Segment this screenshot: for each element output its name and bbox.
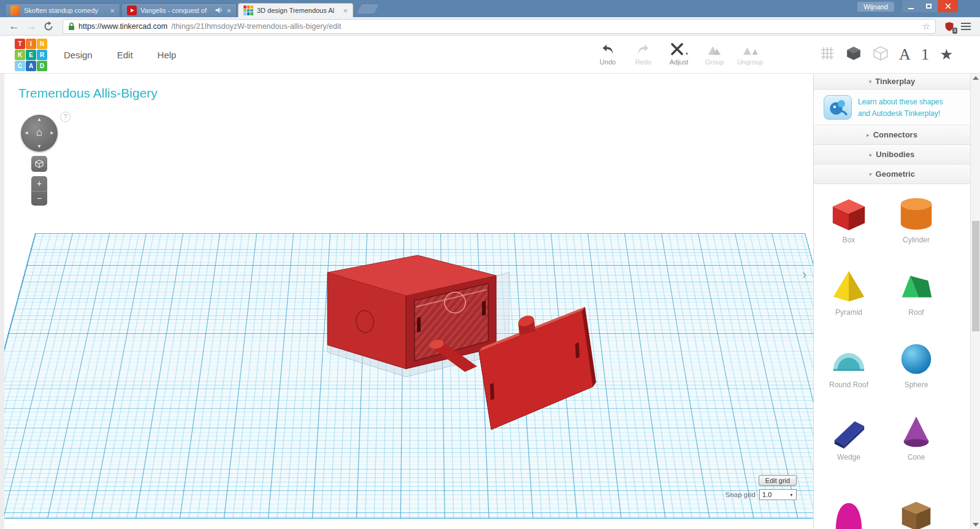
scroll-up-icon[interactable] — [973, 76, 979, 80]
window-controls — [902, 0, 958, 12]
zoom-in-button[interactable]: + — [31, 176, 47, 191]
design-canvas[interactable]: Tremendous Allis-Bigery ? ⌂ ▲ ▼ ◄ ► + − … — [0, 74, 813, 529]
zoom-out-button[interactable]: − — [31, 191, 47, 206]
number-tool-icon[interactable]: 1 — [921, 47, 929, 63]
scroll-down-icon[interactable] — [973, 523, 979, 527]
section-unibodies[interactable]: ▸ Unibodies — [814, 145, 970, 164]
bookmark-star-icon[interactable]: ☆ — [922, 21, 930, 32]
section-geometric[interactable]: ▾ Geometric — [814, 164, 970, 184]
ublock-extension-button[interactable]: 3 — [942, 19, 957, 34]
roof-shape-icon — [897, 268, 935, 306]
section-tinkerplay[interactable]: ▾ Tinkerplay — [814, 74, 970, 90]
rotate-down-icon[interactable]: ▼ — [37, 144, 42, 149]
shape-item-roof[interactable]: Roof — [886, 268, 947, 317]
text-tool-icon[interactable]: A — [899, 47, 911, 63]
logo-tile: R — [37, 50, 47, 60]
edit-grid-button[interactable]: Edit grid — [759, 475, 797, 486]
back-icon: ← — [9, 20, 20, 33]
tinkerplay-icon — [824, 95, 852, 120]
new-tab-button[interactable] — [357, 4, 379, 14]
section-connectors[interactable]: ▸ Connectors — [814, 125, 970, 145]
menu-help[interactable]: Help — [158, 50, 177, 60]
shape-item-wedge[interactable]: Wedge — [818, 412, 879, 461]
url-host: https://www.tinkercad.com — [78, 22, 167, 31]
reload-icon — [44, 21, 53, 31]
shape-item-hexagonal-prism[interactable] — [886, 497, 947, 529]
scrollbar-thumb[interactable] — [972, 221, 979, 331]
tab-skoften[interactable]: Skoften standup comedy × — [5, 3, 120, 17]
tinkercad-logo[interactable]: T I N K E R C A D — [15, 39, 47, 71]
tab-tinkercad[interactable]: 3D design Tremendous Al × — [238, 3, 353, 17]
shape-item-cylinder[interactable]: Cylinder — [886, 195, 947, 244]
adjust-button[interactable]: ▾ Adjust — [661, 41, 697, 66]
select-arrow-icon: ▼ — [789, 493, 794, 497]
panel-collapse-chevron-icon[interactable]: › — [802, 267, 806, 283]
model-box[interactable] — [327, 255, 496, 369]
orbit-cube-icon — [34, 159, 44, 169]
shape-item-box[interactable]: Box — [818, 195, 879, 244]
shape-item-paraboloid[interactable] — [818, 497, 879, 529]
close-button[interactable] — [938, 0, 958, 12]
shape-item-pyramid[interactable]: Pyramid — [818, 268, 879, 317]
tab-close-icon[interactable]: × — [343, 7, 348, 15]
shape-item-round-roof[interactable]: Round Roof — [818, 340, 879, 389]
model-3d[interactable] — [0, 74, 813, 529]
redo-button[interactable]: Redo — [626, 41, 661, 66]
maximize-icon — [926, 4, 932, 9]
help-button[interactable]: ? — [60, 112, 71, 122]
wireframe-box-icon[interactable] — [873, 45, 889, 64]
rotate-up-icon[interactable]: ▲ — [37, 117, 42, 122]
logo-tile: I — [26, 39, 36, 49]
design-title[interactable]: Tremendous Allis-Bigery — [18, 86, 158, 101]
tab-vangelis[interactable]: Vangelis - conquest of × — [121, 3, 237, 17]
tinkerplay-promo[interactable]: Learn about these shapes and Autodesk Ti… — [814, 90, 970, 125]
logo-tile: C — [15, 61, 25, 71]
youtube-favicon — [127, 6, 137, 15]
browser-navbar: ← → https://www.tinkercad.com/things/21I… — [0, 17, 980, 36]
chrome-menu-button[interactable] — [958, 18, 974, 34]
adjust-dropdown-icon[interactable]: ▾ — [686, 51, 688, 56]
back-button[interactable]: ← — [6, 18, 22, 34]
shape-item-sphere[interactable]: Sphere — [886, 340, 947, 389]
pyramid-shape-icon — [830, 268, 868, 306]
address-bar[interactable]: https://www.tinkercad.com/things/21Ihmsd… — [63, 19, 936, 34]
solid-box-icon[interactable] — [846, 45, 862, 64]
browser-titlebar: Skoften standup comedy × Vangelis - conq… — [0, 0, 980, 17]
logo-tile: N — [37, 39, 47, 49]
profile-name-button[interactable]: Wijnand — [857, 2, 894, 12]
rotate-right-icon[interactable]: ► — [50, 131, 55, 136]
cylinder-shape-icon — [897, 195, 935, 233]
workplane-grid-icon[interactable] — [819, 45, 835, 64]
tab-title: 3D design Tremendous Al — [257, 7, 339, 14]
view-navigation-pad[interactable]: ⌂ ▲ ▼ ◄ ► — [21, 115, 58, 152]
ungroup-button[interactable]: Ungroup — [732, 41, 768, 66]
favorites-star-icon[interactable]: ★ — [940, 47, 953, 62]
menu-edit[interactable]: Edit — [117, 50, 133, 60]
undo-button[interactable]: Undo — [590, 41, 626, 66]
extension-badge: 3 — [952, 28, 957, 34]
minimize-icon — [908, 8, 914, 9]
tinkerplay-promo-text[interactable]: Learn about these shapes and Autodesk Ti… — [858, 96, 943, 119]
view-cube-button[interactable] — [31, 156, 47, 172]
tab-close-icon[interactable]: × — [226, 7, 231, 15]
tinkercad-favicon — [243, 6, 253, 15]
page-scrollbar[interactable] — [970, 74, 980, 529]
forward-icon: → — [26, 20, 37, 33]
tab-close-icon[interactable]: × — [110, 7, 115, 15]
menu-design[interactable]: Design — [64, 50, 93, 60]
rotate-left-icon[interactable]: ◄ — [24, 131, 29, 136]
shape-item-cone[interactable]: Cone — [886, 412, 947, 461]
maximize-button[interactable] — [920, 0, 938, 12]
reload-button[interactable] — [40, 18, 56, 34]
browser-window: Skoften standup comedy × Vangelis - conq… — [0, 0, 980, 529]
snap-grid-select[interactable]: 1.0 ▼ — [759, 489, 797, 500]
paraboloid-shape-icon — [830, 497, 868, 529]
home-view-icon[interactable]: ⌂ — [36, 126, 42, 139]
sphere-shape-icon — [897, 340, 935, 378]
logo-tile: K — [15, 50, 25, 60]
minimize-button[interactable] — [902, 0, 920, 12]
model-connector-stud[interactable] — [517, 314, 535, 335]
forward-button[interactable]: → — [23, 18, 39, 34]
group-button[interactable]: Group — [697, 41, 732, 66]
logo-tile: E — [26, 50, 36, 60]
